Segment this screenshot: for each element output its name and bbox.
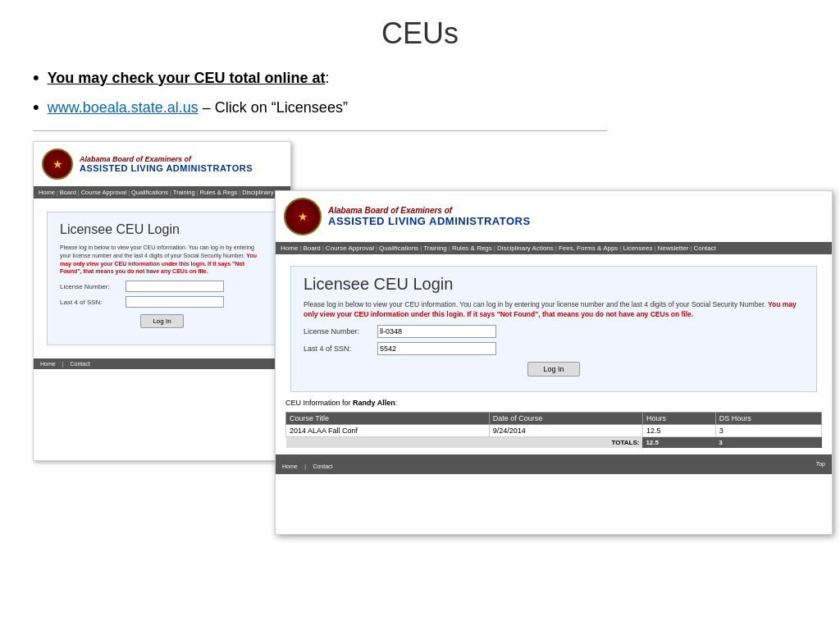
nav-lic-2[interactable]: Licensees <box>623 244 652 252</box>
nav-board-2[interactable]: Board <box>303 244 320 252</box>
nav-bar-1: Home | Board | Course Approval | Qualifi… <box>34 186 290 199</box>
screenshot-1: Alabama Board of Examiners of ASSISTED L… <box>33 141 291 461</box>
form-row-license-1: License Number: <box>60 281 264 292</box>
nav-training-2[interactable]: Training <box>423 244 447 252</box>
col-hours: Hours <box>642 412 715 424</box>
form-row-ssn-1: Last 4 of SSN: <box>60 296 264 308</box>
screenshots-area: Alabama Board of Examiners of ASSISTED L… <box>33 141 807 576</box>
license-label-1: License Number: <box>60 283 126 290</box>
totals-label: TOTALS: <box>286 436 643 448</box>
login-button-2[interactable]: Log In <box>527 362 579 377</box>
ceu-table: Course Title Date of Course Hours DS Hou… <box>285 412 822 448</box>
col-course: Course Title <box>286 412 490 424</box>
col-date: Date of Course <box>489 412 642 424</box>
nav-course-2[interactable]: Course Approval <box>326 244 374 252</box>
license-label-2: License Number: <box>304 327 377 336</box>
site-footer-1: Home | Contact <box>34 358 290 369</box>
table-row: 2014 ALAA Fall Conf 9/24/2014 12.5 3 <box>286 424 822 436</box>
site-footer-2: Home | Contact Top <box>276 454 832 474</box>
nav-qual-2[interactable]: Qualifications <box>379 244 418 252</box>
form-row-license-2: License Number: <box>304 325 804 338</box>
bullet-list: You may check your CEU total online at: … <box>33 67 807 118</box>
site-title-line2-1: ASSISTED LIVING ADMINISTRATORS <box>80 163 253 173</box>
site-title-1: Alabama Board of Examiners of ASSISTED L… <box>80 155 253 173</box>
license-input-1[interactable] <box>126 281 224 292</box>
slide-title: CEUs <box>33 16 807 51</box>
nav-news-2[interactable]: Newsletter <box>658 244 689 252</box>
slide-container: CEUs You may check your CEU total online… <box>0 0 840 630</box>
ssn-label-2: Last 4 of SSN: <box>304 345 377 353</box>
site-header-2: Alabama Board of Examiners of ASSISTED L… <box>276 191 832 242</box>
footer-contact-2[interactable]: Contact <box>313 463 332 469</box>
ceu-info-label: CEU Information for Randy Allen: <box>285 399 822 407</box>
site-logo-1 <box>42 148 73 180</box>
footer-contact-1[interactable]: Contact <box>71 361 90 367</box>
ssn-input-1[interactable] <box>126 296 224 308</box>
footer-left-2: Home | Contact <box>282 457 333 472</box>
nav-qual-1[interactable]: Qualifications <box>131 189 168 196</box>
footer-top-2[interactable]: Top <box>816 461 825 467</box>
total-ds: 3 <box>715 436 821 448</box>
total-hours: 12.5 <box>642 436 715 448</box>
cell-course: 2014 ALAA Fall Conf <box>286 424 490 436</box>
col-ds: DS Hours <box>715 412 821 424</box>
login-desc-2: Please log in below to view your CEU inf… <box>304 300 804 320</box>
cell-date: 9/24/2014 <box>489 424 642 436</box>
bullet-item-2: www.boeala.state.al.us – Click on “Licen… <box>33 97 807 118</box>
ceu-name: Randy Allen <box>353 399 395 407</box>
table-header-row: Course Title Date of Course Hours DS Hou… <box>286 412 822 424</box>
screenshot-2: Alabama Board of Examiners of ASSISTED L… <box>275 190 833 535</box>
login-title-2: Licensee CEU Login <box>304 275 804 294</box>
site-header-1: Alabama Board of Examiners of ASSISTED L… <box>34 142 290 186</box>
site-logo-2 <box>284 198 322 235</box>
site-title-2: Alabama Board of Examiners of ASSISTED L… <box>328 206 531 227</box>
cell-ds: 3 <box>715 424 821 436</box>
table-totals-row: TOTALS: 12.5 3 <box>286 436 822 448</box>
nav-course-1[interactable]: Course Approval <box>81 189 126 196</box>
nav-bar-2: Home | Board | Course Approval | Qualifi… <box>276 242 832 254</box>
footer-sep-2: | <box>304 463 306 469</box>
bullet-2-link[interactable]: www.boeala.state.al.us <box>48 99 199 116</box>
site-title-line1-1: Alabama Board of Examiners of <box>80 155 253 163</box>
site-title-line1-2: Alabama Board of Examiners of <box>328 206 531 215</box>
nav-home-1[interactable]: Home <box>39 189 55 196</box>
ssn-input-2[interactable] <box>377 342 496 355</box>
footer-sep-1: | <box>62 361 64 367</box>
nav-fees-2[interactable]: Fees, Forms & Apps <box>559 244 618 252</box>
bullet-1-text: You may check your CEU total online at: <box>48 70 330 87</box>
divider <box>33 130 607 131</box>
bullet-1-bold: You may check your CEU total online at <box>48 70 326 86</box>
login-title-1: Licensee CEU Login <box>60 222 264 237</box>
nav-training-1[interactable]: Training <box>173 189 195 196</box>
nav-contact-2[interactable]: Contact <box>693 244 716 252</box>
footer-home-2[interactable]: Home <box>282 463 298 469</box>
nav-board-1[interactable]: Board <box>60 189 76 196</box>
login-desc-1: Please log in below to view your CEU inf… <box>60 244 264 276</box>
nav-rules-2[interactable]: Rules & Regs <box>452 244 492 252</box>
footer-home-1[interactable]: Home <box>40 361 56 367</box>
bullet-2-text: www.boeala.state.al.us – Click on “Licen… <box>48 99 348 116</box>
license-input-2[interactable] <box>377 325 496 338</box>
site-title-line2-2: ASSISTED LIVING ADMINISTRATORS <box>328 215 531 227</box>
login-button-1[interactable]: Log In <box>140 314 183 328</box>
login-section-2: Licensee CEU Login Please log in below t… <box>290 266 817 392</box>
cell-hours: 12.5 <box>642 424 715 436</box>
nav-rules-1[interactable]: Rules & Regs <box>199 189 237 196</box>
ssn-label-1: Last 4 of SSN: <box>60 299 126 306</box>
nav-disc-2[interactable]: Disciplinary Actions <box>497 244 554 252</box>
bullet-item-1: You may check your CEU total online at: <box>33 67 807 89</box>
nav-home-2[interactable]: Home <box>281 244 298 252</box>
form-row-ssn-2: Last 4 of SSN: <box>304 342 804 355</box>
login-section-1: Licensee CEU Login Please log in below t… <box>47 212 277 345</box>
